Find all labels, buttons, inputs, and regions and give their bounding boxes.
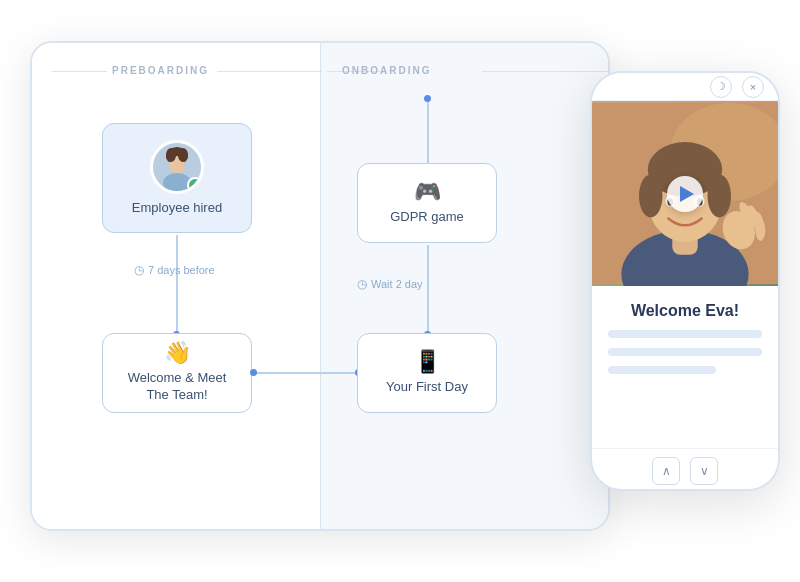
phone-content: Welcome Eva!	[592, 286, 778, 448]
connector-gdpr-firstday	[427, 245, 429, 333]
connector-top-gdpr	[427, 98, 429, 163]
text-line-3	[608, 366, 716, 374]
scene: PREBOARDING ONBOARDING	[10, 11, 790, 571]
phone-icon: 📱	[414, 351, 441, 373]
wave-icon: 👋	[164, 342, 191, 364]
svg-point-4	[178, 148, 188, 162]
svg-point-12	[639, 174, 662, 217]
gdpr-node: 🎮 GDPR game	[357, 163, 497, 243]
play-triangle-icon	[680, 186, 694, 202]
gamepad-icon: 🎮	[414, 181, 441, 203]
clock-icon-2: ◷	[357, 277, 367, 291]
phone: ☽ ×	[590, 71, 780, 491]
phone-greeting: Welcome Eva!	[608, 302, 762, 320]
gdpr-node-label: GDPR game	[390, 209, 464, 226]
phone-video	[592, 101, 778, 286]
firstday-node-label: Your First Day	[386, 379, 468, 396]
connector-dot-2	[250, 369, 257, 376]
svg-point-3	[166, 148, 176, 162]
onboarding-label: ONBOARDING	[342, 65, 431, 76]
header-line-pre-left	[52, 71, 107, 72]
nav-up-button[interactable]: ∧	[652, 457, 680, 485]
phone-moon-button[interactable]: ☽	[710, 76, 732, 98]
connector-employee-welcome	[176, 235, 178, 333]
employee-avatar	[150, 140, 204, 194]
tablet: PREBOARDING ONBOARDING	[30, 41, 610, 531]
nav-down-button[interactable]: ∨	[690, 457, 718, 485]
clock-icon: ◷	[134, 263, 144, 277]
text-line-1	[608, 330, 762, 338]
connector-welcome-firstday	[252, 372, 357, 374]
section-divider	[320, 43, 321, 529]
header-line-on-right	[482, 71, 610, 72]
header-line-pre-right	[217, 71, 322, 72]
onboarding-timer: ◷ Wait 2 day	[357, 277, 423, 291]
preboarding-timer: ◷ 7 days before	[134, 263, 215, 277]
employee-node-label: Employee hired	[132, 200, 222, 217]
firstday-node: 📱 Your First Day	[357, 333, 497, 413]
avatar-badge	[187, 177, 203, 193]
svg-point-22	[755, 219, 765, 241]
play-button[interactable]	[667, 176, 703, 212]
connector-dot-top	[424, 95, 431, 102]
text-line-2	[608, 348, 762, 356]
phone-nav: ∧ ∨	[592, 448, 778, 489]
employee-node: Employee hired	[102, 123, 252, 233]
phone-close-button[interactable]: ×	[742, 76, 764, 98]
svg-point-13	[708, 174, 731, 217]
phone-topbar: ☽ ×	[592, 73, 778, 101]
welcome-node: 👋 Welcome & Meet The Team!	[102, 333, 252, 413]
welcome-node-label: Welcome & Meet The Team!	[115, 370, 239, 404]
preboarding-label: PREBOARDING	[112, 65, 209, 76]
